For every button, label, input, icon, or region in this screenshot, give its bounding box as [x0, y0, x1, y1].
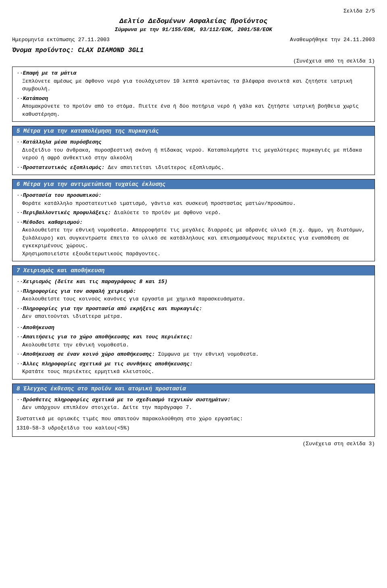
- section-6-header: 6 Μέτρα για την αντιμετώπιση τυχαίας έκλ…: [12, 179, 375, 189]
- explosion-protection-label: ·Πληροφορίες για την προστασία από εκρήξ…: [20, 306, 202, 312]
- ingestion-text: Απομακρύνετε το προϊόν από το στόμα. Πιε…: [22, 103, 359, 117]
- section-5-box: 5 Μέτρα για την καταπολέμηση της πυρκαγι…: [12, 126, 375, 175]
- safe-handling-item: · ·Πληροφορίες για τον ασφαλή χειρισμό: …: [17, 288, 370, 303]
- components-text: Συστατικά με οριακές τιμές που απαιτούν …: [17, 415, 370, 423]
- personal-protection-text: Φοράτε κατάλληλο προστατευτικό ιματισμό,…: [22, 200, 296, 206]
- handling-item: · ·Χειρισμός (δείτε και τις παραγράφους …: [17, 278, 370, 286]
- date-row: Ημερομηνία εκτύπωσης 27.11.2003 Αναθεωρή…: [12, 37, 375, 43]
- ingestion-item: · ·Κατάποση Απομακρύνετε το προϊόν από τ…: [17, 95, 370, 119]
- section-8-content: · ·Πρόσθετες πληροφορίες σχετικά με το σ…: [12, 394, 375, 436]
- eye-contact-label: ·Επαφή με τα μάτια: [20, 70, 76, 76]
- storage-item: · ·Αποθήκευση: [17, 324, 370, 332]
- cleaning-methods-item: · ·Μέθοδοι καθαρισμού: Ακολουθείστε την …: [17, 219, 370, 258]
- env-precautions-label: ·Περιβαλλοντικές προφυλάξεις:: [20, 210, 111, 216]
- storage-other-item: · ·Άλλες πληροφορίες σχετικά με τις συνθ…: [17, 360, 370, 376]
- env-precautions-item: · ·Περιβαλλοντικές προφυλάξεις: Διαλύετε…: [17, 209, 370, 217]
- technical-design-label: ·Πρόσθετες πληροφορίες σχετικά με το σχε…: [20, 397, 231, 403]
- product-name-label: Όνομα προϊόντος:: [12, 47, 74, 54]
- fire-extinguish-text: Διοξείδιο του άνθρακα, πυροσβεστική σκόν…: [22, 147, 362, 161]
- section-7-header: 7 Χειρισμός και αποθήκευση: [12, 266, 375, 275]
- section-8-header: 8 Έλεγχος έκθεσης στο προϊόν και ατομική…: [12, 384, 375, 394]
- storage-label: ·Αποθήκευση: [20, 324, 54, 332]
- chemical-id-text: 1310-58-3 υδροξείδιο του καλίου(<5%): [17, 424, 370, 432]
- section-5-content: · ·Κατάλληλα μέσα πυρόσβεσης Διοξείδιο τ…: [12, 136, 375, 175]
- env-precautions-text: Διαλύετε το προϊόν με άφθονο νερό.: [114, 210, 221, 216]
- storage-other-text: Κρατάτε τους περιέκτες ερμητικά κλειστού…: [22, 369, 154, 375]
- ingestion-label: ·Κατάποση: [20, 96, 48, 102]
- section-7-box: 7 Χειρισμός και αποθήκευση · ·Χειρισμός …: [12, 265, 375, 379]
- section-6-content: · ·Προστασία του προσωπικού: Φοράτε κατά…: [12, 189, 375, 261]
- fire-extinguish-item: · ·Κατάλληλα μέσα πυρόσβεσης Διοξείδιο τ…: [17, 138, 370, 162]
- storage-requirements-label: ·Απαιτήσεις για το χώρο αποθήκευσης και …: [20, 334, 193, 340]
- protective-equip-item: · ·Προστατευτικός εξοπλισμός: Δεν απαιτε…: [17, 164, 370, 172]
- personal-protection-label: ·Προστασία του προσωπικού:: [20, 192, 102, 198]
- section-8-box: 8 Έλεγχος έκθεσης στο προϊόν και ατομική…: [12, 384, 375, 437]
- explosion-protection-item: · ·Πληροφορίες για την προστασία από εκρ…: [17, 305, 370, 321]
- intro-section: · ·Επαφή με τα μάτια Ξεπλύνετε αμέσως με…: [12, 67, 375, 122]
- section-6-box: 6 Μέτρα για την αντιμετώπιση τυχαίας έκλ…: [12, 179, 375, 261]
- continuation-from: (Συνέχεια από τη σελίδα 1): [12, 58, 375, 64]
- product-name-value: CLAX DIAMOND 3GL1: [78, 47, 144, 54]
- storage-common-label: ·Αποθήκευση σε έναν κοινό χώρο αποθήκευσ…: [20, 351, 155, 357]
- product-name-row: Όνομα προϊόντος: CLAX DIAMOND 3GL1: [12, 47, 375, 54]
- section-7-content: · ·Χειρισμός (δείτε και τις παραγράφους …: [12, 275, 375, 379]
- safe-handling-label: ·Πληροφορίες για τον ασφαλή χειρισμό:: [20, 288, 136, 294]
- fire-extinguish-label: ·Κατάλληλα μέσα πυρόσβεσης: [20, 139, 102, 145]
- technical-design-text: Δεν υπάρχουν επιπλέον στοιχεία. Δείτε τη…: [22, 405, 192, 411]
- storage-other-label: ·Άλλες πληροφορίες σχετικά με τις συνθήκ…: [20, 361, 193, 367]
- safe-handling-text: Ακολουθείστε τους κοινούς κανόνες για ερ…: [22, 296, 246, 302]
- technical-design-item: · ·Πρόσθετες πληροφορίες σχετικά με το σ…: [17, 396, 370, 412]
- explosion-protection-text: Δεν απαιτούνται ιδιαίτερα μέτρα.: [22, 313, 123, 319]
- storage-common-item: · ·Αποθήκευση σε έναν κοινό χώρο αποθήκε…: [17, 350, 370, 359]
- storage-requirements-text: Ακολουθείστε την εθνική νομοθεσία.: [22, 342, 129, 348]
- eye-contact-item: · ·Επαφή με τα μάτια Ξεπλύνετε αμέσως με…: [17, 69, 370, 93]
- page-number: Σελίδα 2/5: [12, 8, 375, 14]
- personal-protection-item: · ·Προστασία του προσωπικού: Φοράτε κατά…: [17, 192, 370, 207]
- storage-requirements-item: · ·Απαιτήσεις για το χώρο αποθήκευσης κα…: [17, 333, 370, 349]
- continuation-bottom: (Συνέχεια στη σελίδα 3): [12, 441, 375, 447]
- protective-equip-label: ·Προστατευτικός εξοπλισμός:: [20, 165, 105, 171]
- cleaning-methods-text1: Ακολουθείστε την εθνική νομοθεσία. Απορρ…: [22, 227, 365, 249]
- doc-title: Δελτίο Δεδομένων Ασφαλείας Προϊόντος: [12, 17, 375, 25]
- storage-common-text: Σύμφωνα με την εθνική νομοθεσία.: [158, 351, 259, 357]
- cleaning-methods-text2: Χρησιμοποιείστε εξουδετερωτικούς παράγον…: [22, 251, 160, 257]
- protective-equip-text: Δεν απαιτείται ιδιαίτερος εξοπλισμός.: [108, 165, 224, 171]
- print-date: Ημερομηνία εκτύπωσης 27.11.2003: [12, 37, 110, 43]
- doc-subtitle: Σύμφωνα με την 91/155/ΕΟΚ, 93/112/ΕΟΚ, 2…: [12, 27, 375, 33]
- cleaning-methods-label: ·Μέθοδοι καθαρισμού:: [20, 219, 83, 225]
- eye-contact-text: Ξεπλύνετε αμέσως με άφθονο νερό για τουλ…: [22, 78, 352, 92]
- handling-label: ·Χειρισμός (δείτε και τις παραγράφους 8 …: [20, 278, 168, 286]
- review-date: Αναθεωρήθηκε την 24.11.2003: [290, 37, 375, 43]
- section-5-header: 5 Μέτρα για την καταπολέμηση της πυρκαγι…: [12, 126, 375, 136]
